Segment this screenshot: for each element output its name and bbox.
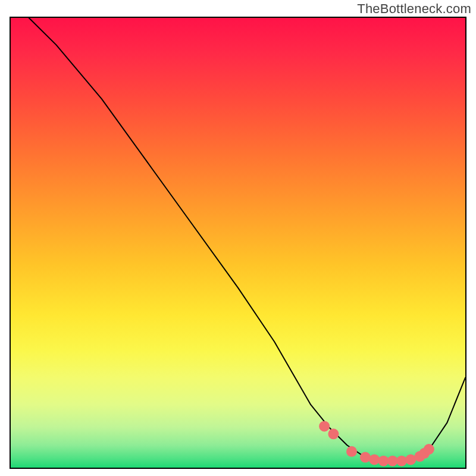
curve-polyline — [29, 18, 465, 461]
marker-dot — [319, 421, 330, 431]
plot-area — [10, 17, 466, 469]
marker-dot — [328, 428, 339, 439]
marker-dot — [424, 444, 434, 455]
marker-dot — [360, 452, 371, 463]
curve-line-group — [29, 18, 465, 461]
markers-group — [319, 421, 434, 466]
marker-dot — [396, 456, 407, 466]
marker-dot — [405, 454, 416, 465]
marker-dot — [346, 446, 357, 457]
watermark-text: TheBottleneck.com — [357, 1, 471, 17]
marker-dot — [369, 454, 380, 465]
chart-container: TheBottleneck.com — [0, 0, 476, 476]
curve-svg — [11, 18, 465, 468]
